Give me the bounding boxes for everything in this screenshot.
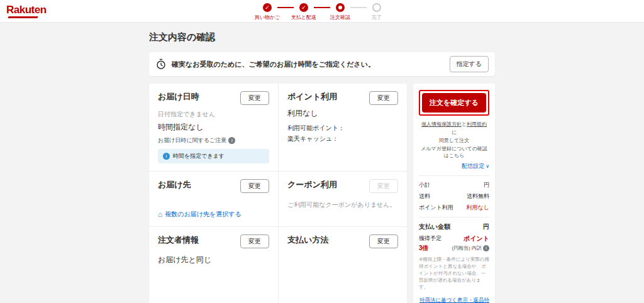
change-point-usage-button[interactable]: 変更 xyxy=(369,91,398,105)
step-label: 支払と配送 xyxy=(291,14,316,21)
commerce-law-link[interactable]: 特商法に基づく表示・返品特約等 xyxy=(419,297,489,303)
available-points-label: 利用可能ポイント： xyxy=(287,124,398,133)
change-orderer-info-button[interactable]: 変更 xyxy=(240,234,269,248)
time-specify-info-box: i 時間を指定できます xyxy=(158,149,269,163)
earn-sub-text: (円相当) 内訳 xyxy=(452,245,482,251)
earn-points-right: ポイント (円相当) 内訳 i xyxy=(452,234,489,251)
earn-points-row: 獲得予定 3倍 ポイント (円相当) 内訳 i xyxy=(419,234,489,253)
section-title: 注文者情報 xyxy=(158,234,199,246)
earn-multiplier: 3倍 xyxy=(419,244,441,253)
point-usage-value: 利用なし xyxy=(467,204,489,212)
step-order-confirm: 注文確認 xyxy=(325,3,355,21)
section-title: お届け日時 xyxy=(158,91,199,102)
section-title: クーポン利用 xyxy=(287,179,337,190)
page-title: 注文内容の確認 xyxy=(149,31,495,43)
step-label: 買い物かご xyxy=(255,14,280,21)
total-amount-value: 円 xyxy=(483,223,489,231)
agreement-and: と xyxy=(462,121,467,127)
change-coupon-button: 変更 xyxy=(369,179,398,193)
multiple-addresses-link[interactable]: ⌂ 複数のお届け先を選択する xyxy=(158,210,242,219)
confirm-order-button[interactable]: 注文を確定する xyxy=(422,93,486,113)
order-button-highlight: 注文を確定する xyxy=(419,90,489,116)
divider xyxy=(419,217,489,218)
notice-text: 確実なお受取のために、ご希望のお届け時間をご指定ください。 xyxy=(172,60,450,69)
rakuten-cash-label: 楽天キャッシュ： xyxy=(287,135,398,143)
datetime-note-link[interactable]: お届け日時に関するご注意 i xyxy=(158,136,269,145)
section-orderer-info: 注文者情報 変更 お届け先と同じ xyxy=(149,226,278,303)
section-title: 支払い方法 xyxy=(287,234,328,246)
site-header: Rakuten ✓ 買い物かご ✓ 支払と配送 注文確認 完了 xyxy=(0,0,644,23)
step-done-icon: ✓ xyxy=(299,3,308,12)
privacy-policy-link[interactable]: 個人情報保護方針 xyxy=(421,121,462,127)
terms-link[interactable]: 利用規約 xyxy=(467,121,487,127)
step-todo-icon xyxy=(372,3,381,12)
section-delivery-datetime: お届け日時 変更 日付指定できません 時間指定なし お届け日時に関するご注意 i… xyxy=(149,84,278,171)
change-delivery-datetime-button[interactable]: 変更 xyxy=(240,91,269,105)
section-payment-method: 支払い方法 変更 xyxy=(278,226,407,303)
section-title: お届け先 xyxy=(158,179,191,190)
no-date-text: 日付指定できません xyxy=(158,110,269,119)
order-details-panel: お届け日時 変更 日付指定できません 時間指定なし お届け日時に関するご注意 i… xyxy=(149,84,407,303)
subtotal-value: 円 xyxy=(484,181,489,189)
multiple-addresses-icon: ⌂ xyxy=(158,210,162,219)
delivery-time-notice: 確実なお受取のために、ご希望のお届け時間をご指定ください。 指定する xyxy=(149,52,495,76)
earn-points-breakdown-link[interactable]: (円相当) 内訳 i xyxy=(452,245,489,251)
step-current-icon xyxy=(336,3,345,12)
agreement-text: 個人情報保護方針と利用規約に 同意して注文 xyxy=(419,121,489,145)
multiple-addresses-label: 複数のお届け先を選択する xyxy=(165,210,241,219)
earn-points-value: ポイント xyxy=(452,234,489,243)
earn-points-label: 獲得予定 xyxy=(419,234,441,243)
rakuten-logo[interactable]: Rakuten xyxy=(6,4,47,18)
same-as-address-text: お届け先と同じ xyxy=(158,255,269,265)
checkout-stepper: ✓ 買い物かご ✓ 支払と配送 注文確認 完了 xyxy=(252,3,392,21)
point-usage-label: ポイント利用 xyxy=(419,204,453,212)
total-amount-row: 支払い金額 円 xyxy=(419,223,489,231)
step-label: 注文確認 xyxy=(330,14,350,21)
divider xyxy=(419,175,489,176)
info-box-text: 時間を指定できます xyxy=(173,152,225,160)
points-disclaimer-text: ※獲得上限・条件により実際の獲得ポイントと異なる場合や、ポイントが付与されない場… xyxy=(419,256,489,290)
delivery-settings-label: 配信設定 xyxy=(462,162,484,170)
no-coupon-text: ご利用可能なクーポンがありません。 xyxy=(287,201,398,209)
agreement-suffix: に xyxy=(452,129,457,135)
checkout-page: 注文内容の確認 確実なお受取のために、ご希望のお届け時間をご指定ください。 指定… xyxy=(0,23,644,303)
mailmag-text: メルマガ登録についての確認はこちら xyxy=(419,145,489,159)
section-delivery-address: お届け先 変更 ⌂ 複数のお届け先を選択する xyxy=(149,171,278,226)
section-point-usage: ポイント利用 変更 利用なし 利用可能ポイント： 楽天キャッシュ： xyxy=(278,84,407,171)
info-icon: i xyxy=(483,245,489,251)
point-usage-row: ポイント利用 利用なし xyxy=(419,204,489,212)
mail-delivery-settings-link[interactable]: 配信設定 ∨ xyxy=(419,162,489,170)
chevron-down-icon: ∨ xyxy=(486,163,489,169)
step-label: 完了 xyxy=(372,14,382,21)
order-summary-panel: 注文を確定する 個人情報保護方針と利用規約に 同意して注文 メルマガ登録について… xyxy=(413,84,495,303)
agreement-line2: 同意して注文 xyxy=(439,138,469,143)
point-usage-value: 利用なし xyxy=(287,108,398,119)
subtotal-label: 小計 xyxy=(419,181,430,189)
step-payment-shipping: ✓ 支払と配送 xyxy=(289,3,319,21)
change-delivery-address-button[interactable]: 変更 xyxy=(240,179,269,193)
step-done-icon: ✓ xyxy=(263,3,272,12)
no-time-text: 時間指定なし xyxy=(158,122,269,133)
shipping-fee-label: 送料 xyxy=(419,192,430,201)
delivery-time-icon xyxy=(155,58,167,70)
info-icon: i xyxy=(163,153,170,160)
shipping-fee-row: 送料 送料無料 xyxy=(419,192,489,201)
total-amount-label: 支払い金額 xyxy=(419,223,450,231)
specify-time-button[interactable]: 指定する xyxy=(450,56,489,72)
section-title: ポイント利用 xyxy=(287,91,337,102)
step-cart: ✓ 買い物かご xyxy=(252,3,282,21)
earn-points-left: 獲得予定 3倍 xyxy=(419,234,441,253)
datetime-note-text: お届け日時に関するご注意 xyxy=(158,136,226,145)
step-complete: 完了 xyxy=(362,3,392,21)
shipping-fee-value: 送料無料 xyxy=(467,192,489,201)
info-icon[interactable]: i xyxy=(228,137,235,144)
section-coupon: クーポン利用 変更 ご利用可能なクーポンがありません。 xyxy=(278,171,407,226)
subtotal-row: 小計 円 xyxy=(419,181,489,189)
change-payment-method-button[interactable]: 変更 xyxy=(369,234,398,248)
